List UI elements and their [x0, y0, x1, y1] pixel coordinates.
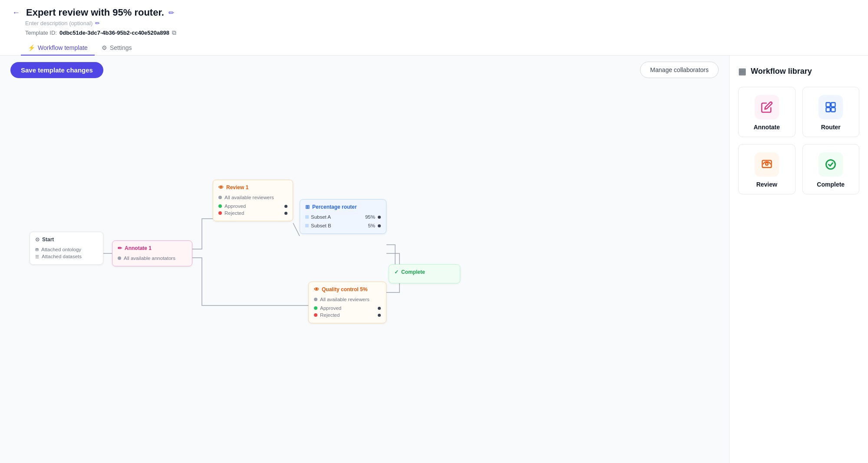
description-edit-icon[interactable]: ✏	[95, 20, 100, 26]
sidebar-card-annotate[interactable]: Annotate	[738, 87, 795, 137]
start-node-icon: ⊙	[35, 236, 40, 243]
start-node-label: Start	[42, 236, 54, 243]
page-title: Expert review with 95% router.	[26, 7, 164, 18]
sidebar: ▦ Workflow library Annotate	[729, 56, 868, 463]
start-ontology: Attached ontology	[41, 247, 81, 252]
settings-tab-icon: ⚙	[102, 44, 107, 51]
start-datasets: Attached datasets	[42, 254, 82, 259]
router-subset-a-label: Subset A	[311, 214, 331, 220]
node-annotate[interactable]: ✏ Annotate 1 All available annotators	[112, 240, 192, 266]
workflow-tab-icon: ⚡	[28, 44, 35, 51]
sidebar-card-complete[interactable]: Complete	[802, 144, 860, 194]
qc-approved-connector	[378, 307, 381, 310]
review-reviewers: All available reviewers	[224, 195, 274, 200]
svg-rect-5	[831, 108, 835, 112]
title-edit-icon[interactable]: ✏	[168, 9, 174, 17]
copy-icon[interactable]: ⧉	[172, 29, 176, 36]
qc-rejected: Rejected	[320, 312, 340, 318]
svg-rect-4	[826, 108, 830, 112]
qc-reviewers: All available reviewers	[320, 297, 370, 302]
router-subset-b-pct: 5%	[368, 223, 375, 228]
connections-svg	[0, 84, 729, 463]
description-placeholder: Enter description (optional)	[25, 20, 92, 26]
review-node-label: Review 1	[226, 184, 248, 190]
node-review[interactable]: 👁 Review 1 All available reviewers Appro…	[213, 180, 293, 221]
review-rejected-connector	[284, 212, 287, 215]
manage-collaborators-button[interactable]: Manage collaborators	[640, 62, 719, 78]
header: ← Expert review with 95% router. ✏ Enter…	[0, 0, 868, 56]
template-id-value: 0dbc51de-3dc7-4b36-95b2-cc40e520a898	[59, 30, 169, 36]
svg-point-7	[766, 163, 768, 165]
annotate-card-icon-wrap	[755, 95, 779, 119]
review-approved: Approved	[224, 204, 246, 209]
node-start[interactable]: ⊙ Start ⛃ Attached ontology ☰ Attached d…	[30, 232, 103, 265]
sidebar-grid: Annotate Router	[738, 87, 859, 194]
router-card-icon	[825, 101, 837, 113]
annotate-card-icon	[761, 101, 773, 113]
review-node-icon: 👁	[218, 184, 224, 190]
review-card-label: Review	[756, 181, 777, 188]
svg-line-1	[293, 223, 300, 236]
annotate-annotators: All available annotators	[124, 256, 175, 261]
tab-settings[interactable]: ⚙ Settings	[95, 41, 139, 56]
qc-node-icon: 👁	[314, 286, 319, 292]
start-datasets-icon: ☰	[35, 254, 39, 259]
complete-node-icon: ✓	[394, 269, 399, 275]
review-card-icon	[761, 158, 773, 171]
tab-workflow-template[interactable]: ⚡ Workflow template	[21, 41, 95, 56]
complete-card-icon-wrap	[818, 152, 843, 177]
svg-rect-2	[826, 103, 830, 107]
annotate-card-label: Annotate	[753, 124, 780, 131]
router-subset-a-connector	[378, 216, 381, 219]
template-id-label: Template ID:	[25, 30, 57, 36]
router-card-label: Router	[821, 124, 841, 131]
canvas-area: Save template changes Manage collaborato…	[0, 56, 729, 463]
qc-approved: Approved	[320, 305, 341, 311]
sidebar-card-router[interactable]: Router	[802, 87, 860, 137]
main-layout: Save template changes Manage collaborato…	[0, 56, 868, 463]
qc-node-label: Quality control 5%	[322, 286, 367, 292]
complete-card-icon	[825, 158, 837, 171]
router-node-icon: ⊞	[305, 204, 310, 210]
sidebar-library-icon: ▦	[738, 66, 746, 76]
annotate-node-icon: ✏	[118, 245, 122, 251]
node-complete[interactable]: ✓ Complete	[389, 264, 460, 283]
canvas-toolbar: Save template changes Manage collaborato…	[0, 56, 729, 84]
review-card-icon-wrap	[755, 152, 779, 177]
annotate-node-label: Annotate 1	[125, 245, 152, 251]
router-subset-b-label: Subset B	[311, 223, 331, 228]
complete-card-label: Complete	[817, 181, 845, 188]
node-router[interactable]: ⊞ Percentage router Subset A 95%	[300, 199, 386, 234]
router-node-label: Percentage router	[312, 204, 357, 210]
review-rejected: Rejected	[224, 210, 244, 216]
workflow-canvas: ⊙ Start ⛃ Attached ontology ☰ Attached d…	[0, 84, 729, 463]
qc-rejected-connector	[378, 314, 381, 317]
start-ontology-icon: ⛃	[35, 247, 39, 252]
router-subset-b-connector	[378, 224, 381, 227]
sidebar-title: Workflow library	[751, 67, 812, 76]
node-qc[interactable]: 👁 Quality control 5% All available revie…	[308, 282, 386, 323]
sidebar-card-review[interactable]: Review	[738, 144, 795, 194]
router-subset-a-pct: 95%	[365, 214, 375, 220]
review-approved-connector	[284, 205, 287, 208]
save-button[interactable]: Save template changes	[10, 62, 103, 78]
complete-node-label: Complete	[401, 269, 425, 275]
router-card-icon-wrap	[818, 95, 843, 119]
tabs: ⚡ Workflow template ⚙ Settings	[21, 41, 858, 55]
svg-rect-3	[831, 103, 835, 107]
back-button[interactable]: ←	[10, 7, 22, 18]
